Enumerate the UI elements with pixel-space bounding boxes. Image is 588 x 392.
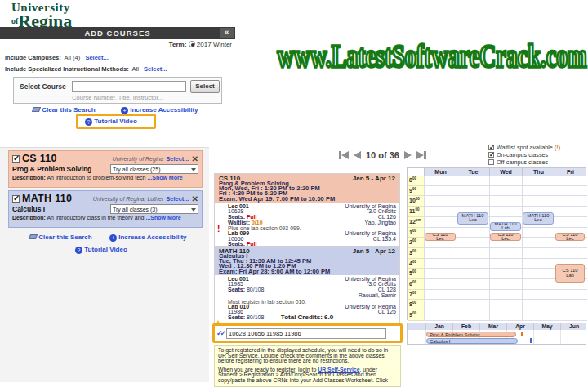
course-checkbox-math110[interactable] (12, 195, 20, 203)
event-math110-lec-thu[interactable]: MATH 110Lec (523, 212, 554, 225)
event-cs110-lec-wed[interactable]: CS 110Lec (490, 233, 521, 242)
event-math110-lab-wed[interactable]: MATH 110Lab (490, 222, 521, 231)
detail-block-math110: MATH 110 Jan 5 - Apr 12 Calculus I Tue, … (214, 246, 400, 323)
video-icon: ? (75, 247, 82, 254)
timeline-bar-math110[interactable]: Calculus I (426, 338, 518, 344)
term-row: Term: 2017 Winter (0, 41, 232, 48)
course-card-cs110: CS 110 University of Regina Select... ✕ … (8, 150, 203, 188)
add-courses-header: ADD COURSES (0, 27, 235, 39)
math110-exam-tick (530, 338, 532, 343)
watermark-text: www.LatestSoftwareCrack.com (276, 38, 588, 96)
event-cs110-lec-fri[interactable]: CS 110Lec (555, 233, 585, 242)
day-header-wed: Wed (489, 168, 522, 176)
campuses-row: Include Campuses: All (4) Select... (5, 54, 232, 61)
clear-search-link-2[interactable]: Clear this Search (29, 234, 92, 241)
university-of-regina-logo: University ofRegina (11, 2, 72, 30)
legend-on-campus: On-campus classes (488, 151, 560, 158)
calendar-grid (424, 176, 587, 321)
day-header-mon: Mon (424, 168, 457, 176)
crn-list-input[interactable] (226, 328, 386, 339)
methods-select-link[interactable]: Select... (144, 65, 167, 73)
tutorial-video-link-1[interactable]: ? Tutorial Video (85, 118, 137, 126)
weekly-calendar: Mon Tue Wed Thu Fri 800 900 1000 1100 12… (407, 167, 586, 320)
cs110-exam-tick (521, 332, 523, 336)
remove-course-cs110-icon[interactable]: ✕ (192, 154, 198, 163)
prev-page-button[interactable] (354, 148, 361, 163)
waitlist-checkbox[interactable] (488, 145, 494, 150)
classes-dropdown-math110[interactable]: Try all classes (3) (110, 204, 198, 214)
day-header-thu: Thu (522, 168, 555, 176)
detail-header-cs110: CS 110 Jan 5 - Apr 12 Prog & Problem Sol… (215, 174, 399, 203)
event-cs110-lec-mon[interactable]: CS 110Lec (425, 233, 456, 242)
event-cs110-lab-fri[interactable]: CS 110Lab (555, 264, 585, 283)
schedule-pager: 10 of 36 (339, 148, 426, 163)
show-more-link-cs110[interactable]: ...Show More (147, 175, 182, 180)
detail-header-math110: MATH 110 Jan 5 - Apr 12 Calculus I Tue, … (215, 247, 399, 275)
tutorial-video-link-2[interactable]: ? Tutorial Video (75, 246, 127, 254)
crn-highlight-annotation: ✓✓ (212, 323, 403, 343)
video-icon: ? (85, 118, 92, 126)
first-page-button[interactable] (339, 148, 349, 163)
select-course-label: Select Course (20, 82, 66, 91)
show-more-link-math110[interactable]: ...Show More (145, 215, 180, 220)
pager-label: 10 of 36 (366, 150, 399, 160)
course-select-link-math110[interactable]: Select... (166, 195, 189, 203)
next-page-button[interactable] (404, 148, 412, 163)
section-math110-lec: Lec 001 11985 Seats: 80/108 University o… (228, 277, 396, 299)
term-label: Term: (169, 41, 187, 48)
accessibility-icon: + (109, 234, 117, 242)
legend-off-campus: Off-campus classes (488, 158, 560, 166)
campuses-select-link[interactable]: Select... (85, 54, 108, 61)
classes-dropdown-cs110[interactable]: Try all classes (25) (110, 164, 198, 174)
term-radio[interactable] (189, 41, 195, 47)
select-course-button[interactable]: Select (190, 80, 220, 93)
on-campus-checkbox[interactable] (488, 152, 494, 158)
remove-course-math110-icon[interactable]: ✕ (192, 194, 198, 203)
course-select-link-cs110[interactable]: Select... (166, 155, 189, 163)
section-cs110-lec: Lec 001 10628 Seats: Full Waitlist: 0/10… (228, 204, 396, 225)
event-math110-lec-tue[interactable]: MATH 110Lec (457, 212, 488, 225)
eraser-icon (29, 234, 38, 239)
validate-check-icon: ✓✓ (216, 329, 224, 337)
day-header-tue: Tue (457, 168, 489, 176)
detail-block-cs110: CS 110 Jan 5 - Apr 12 Prog & Problem Sol… (214, 173, 400, 256)
visual-schedule-builder: www.LatestSoftwareCrack.com University o… (0, 0, 588, 392)
eraser-icon (32, 107, 41, 112)
term-timeline: Jan Feb Mar Apr May Jun Prog & Problem S… (407, 323, 586, 345)
course-card-math110: MATH 110 University of Regina, Luther Se… (8, 190, 203, 228)
course-checkbox-cs110[interactable] (12, 155, 20, 163)
collapse-panel-button[interactable]: « (220, 28, 234, 38)
course-search-input[interactable] (72, 81, 186, 92)
accessibility-link-2[interactable]: + Increase Accessibility (109, 234, 187, 242)
day-header-fri: Fri (555, 168, 586, 176)
off-campus-checkbox[interactable] (488, 159, 494, 165)
clear-search-link-1[interactable]: Clear this Search (33, 106, 96, 114)
course-search-hint: Course Number, Title, Instructor... (13, 94, 222, 101)
methods-row: Include Specialized Instructional Method… (5, 65, 232, 73)
last-page-button[interactable] (416, 148, 426, 163)
term-value: 2017 Winter (197, 41, 232, 48)
timeline-bar-cs110[interactable]: Prog & Problem Solving (426, 332, 516, 337)
registration-note: To get registered in the displayed sched… (214, 345, 401, 387)
legend-waitlist: Waitlist spot available (!) (488, 144, 560, 151)
calendar-legend: Waitlist spot available (!) On-campus cl… (488, 144, 560, 166)
waitlist-alert-icon: ! (217, 225, 220, 234)
